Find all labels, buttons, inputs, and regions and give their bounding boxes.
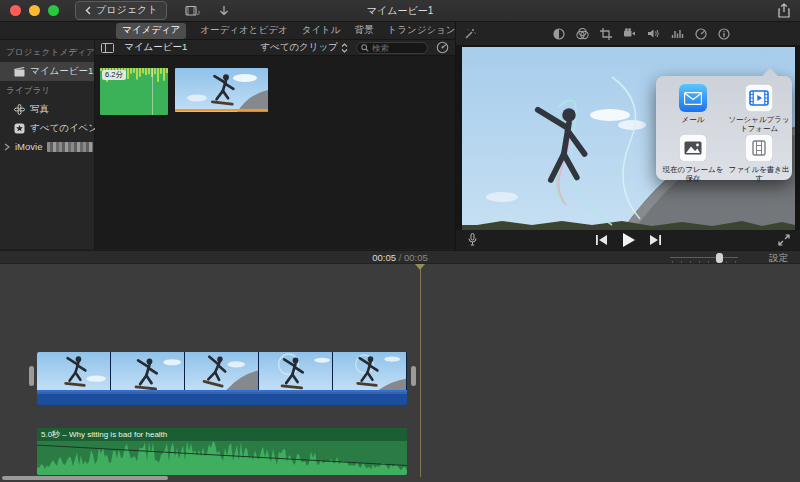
info-icon[interactable] — [718, 28, 730, 40]
viewer-toolbar — [456, 22, 800, 46]
enhance-wand-icon[interactable] — [464, 28, 476, 40]
color-balance-icon[interactable] — [553, 28, 565, 40]
video-source-clip[interactable] — [175, 68, 268, 112]
slider-thumb[interactable] — [716, 253, 723, 263]
sidebar-item-all-events[interactable]: すべてのイベント — [0, 119, 94, 138]
sidebar-item-label: 写真 — [30, 103, 49, 116]
search-icon — [361, 44, 369, 52]
viewer-pane: メール ソーシャルプラットフォーム 現在のフレームを保存 — [455, 22, 800, 250]
share-option-label: 現在のフレームを保存 — [660, 165, 726, 184]
play-button[interactable] — [622, 233, 635, 247]
svg-text:♪: ♪ — [197, 8, 201, 17]
media-tabs: マイメディア オーディオとビデオ タイトル 背景 トランジション — [0, 22, 455, 40]
next-frame-button[interactable] — [649, 235, 661, 245]
search-field[interactable] — [356, 42, 428, 54]
share-button[interactable] — [778, 3, 790, 18]
filmstrip-frame — [37, 352, 111, 390]
share-option-export-file[interactable]: ファイルを書き出す — [726, 134, 792, 184]
speed-icon[interactable] — [695, 28, 707, 40]
timeline-zoom-slider[interactable] — [670, 253, 738, 263]
viewer[interactable]: メール ソーシャルプラットフォーム 現在のフレームを保存 — [456, 46, 800, 230]
share-option-label: メール — [660, 115, 726, 124]
sidebar-item-imovie-library[interactable]: iMovie — [0, 138, 94, 155]
total-time: 00:05 — [404, 252, 428, 263]
traffic-lights — [10, 5, 59, 16]
chevron-updown-icon — [341, 43, 348, 53]
fullscreen-icon[interactable] — [778, 234, 790, 246]
library-header: ライブラリ — [0, 81, 94, 100]
trim-handle-right[interactable] — [411, 366, 416, 386]
share-option-label: ファイルを書き出す — [726, 165, 792, 184]
share-option-social[interactable]: ソーシャルプラットフォーム — [726, 84, 792, 134]
sidebar-item-photos[interactable]: 写真 — [0, 100, 94, 119]
search-input[interactable] — [372, 43, 420, 53]
horizontal-scrollbar[interactable] — [2, 476, 168, 480]
redacted-library-name — [47, 142, 93, 152]
events-star-icon — [14, 123, 25, 134]
clip-filter-label: すべてのクリップ — [260, 41, 338, 54]
trim-handle-left[interactable] — [29, 366, 34, 386]
audio-clip-title: 5.0秒 – Why sitting is bad for health — [37, 428, 407, 441]
color-correction-icon[interactable] — [576, 28, 589, 40]
playback-controls — [456, 230, 800, 249]
back-to-projects-button[interactable]: プロジェクト — [75, 1, 167, 20]
title-bar: プロジェクト ♪ マイムービー1 — [0, 0, 800, 22]
noise-reduction-icon[interactable] — [671, 28, 684, 39]
project-media-header: プロジェクトメディア — [0, 43, 94, 62]
save-frame-icon — [679, 134, 707, 162]
timeline[interactable]: 5.0秒 – Why sitting is bad for health — [0, 264, 800, 482]
export-file-icon — [745, 134, 773, 162]
volume-icon[interactable] — [647, 28, 660, 39]
playhead-marker[interactable] — [415, 264, 425, 270]
sidebar-toggle-icon[interactable] — [101, 43, 114, 53]
timeline-audio-clip[interactable]: 5.0秒 – Why sitting is bad for health — [37, 428, 407, 475]
browser-pane: マイメディア オーディオとビデオ タイトル 背景 トランジション プロジェクトメ… — [0, 22, 455, 250]
share-icon — [778, 3, 790, 18]
tab-transitions[interactable]: トランジション — [388, 24, 456, 37]
media-browser-title: マイムービー1 — [124, 41, 187, 54]
tab-my-media[interactable]: マイメディア — [116, 23, 186, 39]
tab-backgrounds[interactable]: 背景 — [355, 24, 374, 37]
clip-appearance-icon[interactable] — [436, 41, 449, 54]
back-button-label: プロジェクト — [96, 3, 157, 17]
filmstrip-frame — [259, 352, 333, 390]
import-media-icon[interactable] — [219, 5, 229, 17]
media-browser-content: 6.2分 — [95, 56, 455, 249]
media-browser-panel: マイムービー1 すべてのクリップ 6.2分 — [95, 40, 455, 249]
timeline-video-clip[interactable] — [37, 352, 407, 405]
crop-icon[interactable] — [600, 28, 612, 40]
audio-source-clip[interactable]: 6.2分 — [100, 68, 168, 115]
minimize-window-button[interactable] — [29, 5, 40, 16]
media-browser-icon[interactable]: ♪ — [185, 5, 201, 17]
movie-clip-icon — [14, 66, 25, 77]
mail-app-icon — [679, 84, 707, 112]
video-filmstrip — [37, 352, 407, 390]
timecode-separator: / — [396, 252, 404, 263]
skimmer-line — [152, 68, 153, 115]
video-audio-band — [37, 390, 407, 405]
playhead-line[interactable] — [420, 264, 421, 477]
clip-filter-dropdown[interactable]: すべてのクリップ — [260, 41, 348, 54]
share-option-label: ソーシャルプラットフォーム — [726, 115, 792, 134]
filmstrip-frame — [333, 352, 407, 390]
sidebar-item-my-movie[interactable]: マイムービー1 — [0, 62, 94, 81]
tab-titles[interactable]: タイトル — [302, 24, 341, 37]
close-window-button[interactable] — [10, 5, 21, 16]
filmstrip-frame — [185, 352, 259, 390]
previous-frame-button[interactable] — [596, 235, 608, 245]
audio-waveform — [37, 441, 407, 475]
tab-audio-video[interactable]: オーディオとビデオ — [200, 24, 287, 37]
libraries-sidebar: プロジェクトメディア マイムービー1 ライブラリ 写真 — [0, 40, 95, 249]
timeline-toolbar: 00:05 / 00:05 設定 — [0, 250, 800, 264]
share-option-mail[interactable]: メール — [660, 84, 726, 134]
slider-ticks — [672, 261, 736, 263]
video-thumbnail — [175, 68, 268, 112]
sidebar-item-label: iMovie — [15, 141, 42, 152]
stabilization-icon[interactable] — [623, 28, 636, 39]
chevron-left-icon — [85, 6, 91, 15]
sidebar-item-label: マイムービー1 — [30, 65, 93, 78]
media-browser-header: マイムービー1 すべてのクリップ — [95, 40, 455, 56]
share-option-save-frame[interactable]: 現在のフレームを保存 — [660, 134, 726, 184]
voiceover-microphone-icon[interactable] — [468, 233, 477, 246]
zoom-window-button[interactable] — [48, 5, 59, 16]
